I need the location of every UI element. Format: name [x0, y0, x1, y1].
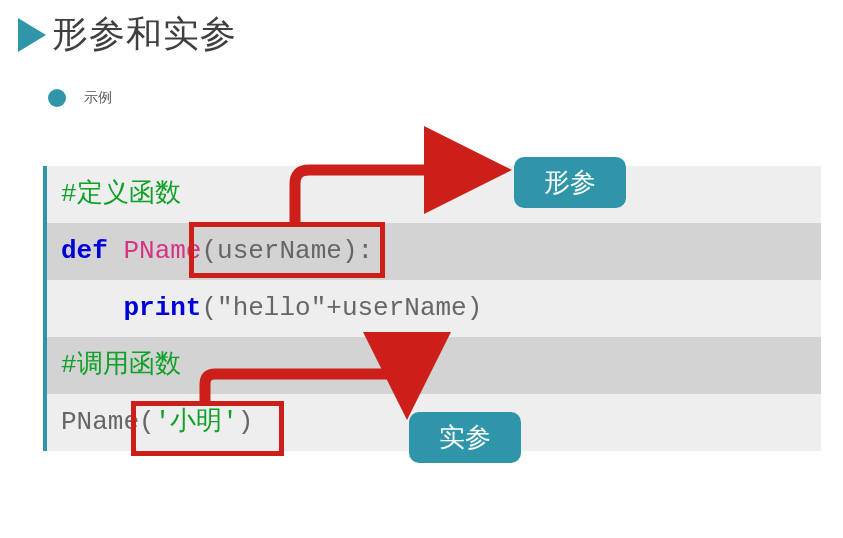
bullet-icon	[48, 89, 66, 107]
subtitle-text: 示例	[84, 89, 112, 107]
label-actual: 实参	[409, 412, 521, 463]
plus-op: +	[326, 293, 342, 323]
indent	[61, 293, 123, 323]
str-hello: "hello"	[217, 293, 326, 323]
call-fn: PName	[61, 407, 139, 437]
code-line-def: def PName(userName):	[47, 223, 821, 280]
print-open: (	[201, 293, 217, 323]
comment-define: #定义函数	[61, 179, 181, 209]
slide-title-row: 形参和实参	[0, 0, 843, 59]
var-user: userName	[342, 293, 467, 323]
code-line-comment-call: #调用函数	[47, 337, 821, 394]
comment-call: #调用函数	[61, 350, 181, 380]
code-line-print: print("hello"+userName)	[47, 280, 821, 337]
print-close: )	[467, 293, 483, 323]
print-kw: print	[123, 293, 201, 323]
subtitle-row: 示例	[0, 59, 843, 107]
arrow-to-actual	[185, 368, 425, 438]
highlight-formal-param	[189, 222, 385, 278]
slide-title: 形参和实参	[52, 10, 237, 59]
play-icon	[18, 18, 46, 52]
arrow-to-formal	[275, 156, 515, 226]
label-formal: 形参	[514, 157, 626, 208]
kw-def: def	[61, 236, 123, 266]
